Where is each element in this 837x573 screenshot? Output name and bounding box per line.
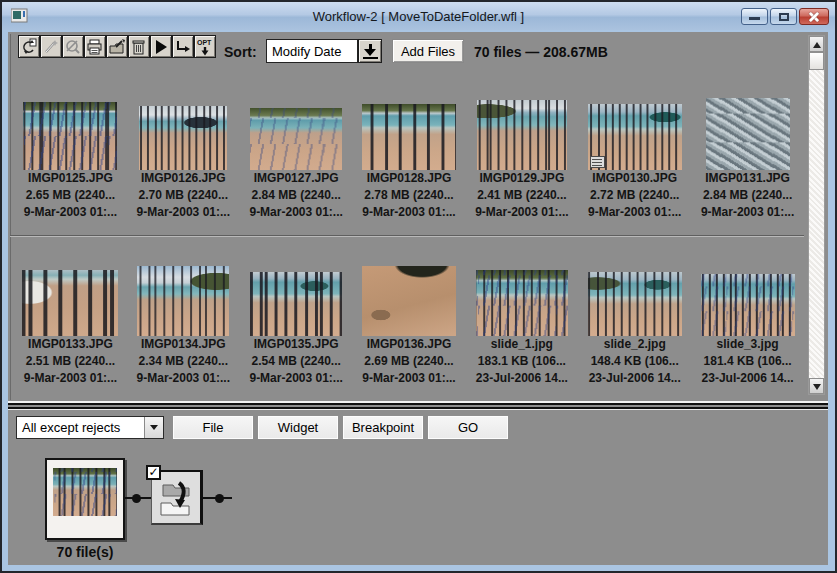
- scroll-up-button[interactable]: [809, 36, 824, 52]
- photo-thumbnail[interactable]: [139, 106, 227, 170]
- file-date: 9-Mar-2003 01:...: [137, 370, 230, 387]
- source-files-node[interactable]: [45, 458, 125, 540]
- file-name: IMGP0129.JPG: [480, 170, 565, 187]
- export-folder-button[interactable]: [106, 35, 128, 58]
- sort-value[interactable]: Modify Date: [266, 39, 358, 63]
- thumbnail-cell[interactable]: slide_1.jpg 183.1 KB (106... 23-Jul-2006…: [465, 258, 578, 387]
- thumbnail-cell[interactable]: IMGP0130.JPG 2.72 MB (2240... 9-Mar-2003…: [578, 92, 691, 221]
- file-date: 9-Mar-2003 01:...: [249, 370, 342, 387]
- thumbnail-cell[interactable]: slide_3.jpg 181.4 KB (106... 23-Jul-2006…: [691, 258, 804, 387]
- node-enabled-checkbox[interactable]: ✓: [146, 465, 161, 480]
- thumbnail-cell[interactable]: IMGP0135.JPG 2.54 MB (2240... 9-Mar-2003…: [240, 258, 353, 387]
- window-controls: [741, 8, 829, 25]
- scroll-down-button[interactable]: [809, 378, 824, 394]
- wand-button[interactable]: [40, 35, 62, 58]
- close-button[interactable]: [799, 8, 829, 25]
- file-size: 183.1 KB (106...: [478, 353, 566, 370]
- file-size: 2.78 MB (2240...: [364, 187, 453, 204]
- file-name: slide_3.jpg: [717, 336, 779, 353]
- file-button[interactable]: File: [172, 415, 254, 440]
- widget-button[interactable]: Widget: [257, 415, 339, 440]
- file-size: 2.51 MB (2240...: [26, 353, 115, 370]
- maximize-button[interactable]: [770, 8, 797, 25]
- thumbnail-cell[interactable]: IMGP0136.JPG 2.69 MB (2240... 9-Mar-2003…: [353, 258, 466, 387]
- photo-thumbnail[interactable]: [588, 104, 682, 170]
- arrow-up-icon: [813, 42, 821, 48]
- photo-thumbnail[interactable]: [477, 100, 567, 170]
- file-size: 2.41 MB (2240...: [477, 187, 566, 204]
- step-arrow-icon: [174, 38, 192, 56]
- row-separator: [10, 235, 804, 237]
- photo-thumbnail[interactable]: [22, 270, 118, 336]
- photo-thumbnail[interactable]: [476, 270, 568, 336]
- panel-left-edge: [10, 34, 11, 400]
- arrow-down-icon: [813, 384, 821, 390]
- sort-label: Sort:: [224, 44, 257, 60]
- thumbnail-cell[interactable]: IMGP0134.JPG 2.34 MB (2240... 9-Mar-2003…: [127, 258, 240, 387]
- connector-dot[interactable]: [132, 494, 141, 503]
- sort-combobox[interactable]: Modify Date: [266, 39, 382, 63]
- add-files-button[interactable]: Add Files: [392, 39, 464, 63]
- photo-thumbnail[interactable]: [588, 272, 682, 336]
- thumbnail-cell[interactable]: IMGP0129.JPG 2.41 MB (2240... 9-Mar-2003…: [465, 92, 578, 221]
- go-button[interactable]: GO: [427, 415, 509, 440]
- run-icon: [152, 38, 170, 56]
- file-date: 9-Mar-2003 01:...: [362, 370, 455, 387]
- file-name: slide_2.jpg: [604, 336, 666, 353]
- refresh-icon: [20, 38, 38, 56]
- minimize-button[interactable]: [741, 8, 768, 25]
- thumbnail-row: IMGP0133.JPG 2.51 MB (2240... 9-Mar-2003…: [14, 258, 804, 387]
- refresh-button[interactable]: [18, 35, 40, 58]
- file-size: 2.70 MB (2240...: [139, 187, 228, 204]
- thumbnail-cell[interactable]: IMGP0133.JPG 2.51 MB (2240... 9-Mar-2003…: [14, 258, 127, 387]
- maximize-icon: [779, 13, 789, 21]
- dropdown-arrow-icon: [150, 425, 158, 430]
- trash-button[interactable]: [128, 35, 150, 58]
- photo-thumbnail[interactable]: [362, 266, 456, 336]
- photo-thumbnail[interactable]: [701, 274, 795, 336]
- thumbnail-cell[interactable]: IMGP0125.JPG 2.65 MB (2240... 9-Mar-2003…: [14, 92, 127, 221]
- vertical-scrollbar[interactable]: [808, 35, 825, 395]
- wand-icon: [42, 38, 60, 56]
- options-button[interactable]: OPT: [194, 35, 216, 58]
- photo-thumbnail[interactable]: [250, 272, 342, 336]
- zoom-disabled-button[interactable]: [62, 35, 84, 58]
- thumbnail-cell[interactable]: IMGP0127.JPG 2.84 MB (2240... 9-Mar-2003…: [240, 92, 353, 221]
- minimize-icon: [749, 17, 760, 20]
- move-to-folder-icon: [155, 477, 197, 519]
- file-date: 9-Mar-2003 01:...: [249, 204, 342, 221]
- sort-dropdown-button[interactable]: [358, 39, 382, 63]
- filter-value[interactable]: All except rejects: [17, 420, 144, 435]
- filter-dropdown-button[interactable]: [144, 417, 163, 438]
- file-name: IMGP0134.JPG: [141, 336, 226, 353]
- client-area: OPT Sort: Modify Date Add Files 70 files…: [8, 32, 828, 565]
- file-date: 23-Jul-2006 14...: [476, 370, 568, 387]
- file-name: IMGP0135.JPG: [254, 336, 339, 353]
- file-name: IMGP0125.JPG: [28, 170, 113, 187]
- print-button[interactable]: [84, 35, 106, 58]
- photo-thumbnail[interactable]: [362, 104, 456, 170]
- connector-dot[interactable]: [215, 494, 224, 503]
- file-name: IMGP0133.JPG: [28, 336, 113, 353]
- thumbnail-cell[interactable]: IMGP0131.JPG 2.84 MB (2240... 9-Mar-2003…: [691, 92, 804, 221]
- panel-divider: [8, 400, 828, 411]
- run-button[interactable]: [150, 35, 172, 58]
- file-date: 9-Mar-2003 01:...: [701, 204, 794, 221]
- breakpoint-button[interactable]: Breakpoint: [342, 415, 424, 440]
- window-title: Workflow-2 [ MoveToDateFolder.wfl ]: [2, 9, 835, 24]
- scrollbar-thumb[interactable]: [809, 52, 824, 70]
- file-date: 9-Mar-2003 01:...: [475, 204, 568, 221]
- photo-thumbnail[interactable]: [706, 98, 790, 170]
- thumbnail-cell[interactable]: slide_2.jpg 148.4 KB (106... 23-Jul-2006…: [578, 258, 691, 387]
- toolbar: OPT: [18, 35, 216, 58]
- thumbnail-cell[interactable]: IMGP0128.JPG 2.78 MB (2240... 9-Mar-2003…: [353, 92, 466, 221]
- filter-combobox[interactable]: All except rejects: [16, 416, 164, 439]
- svg-text:OPT: OPT: [197, 39, 212, 46]
- dropdown-arrow-icon: [364, 49, 376, 56]
- photo-thumbnail[interactable]: [250, 108, 342, 170]
- photo-thumbnail[interactable]: [23, 102, 117, 170]
- step-button[interactable]: [172, 35, 194, 58]
- file-size: 2.34 MB (2240...: [139, 353, 228, 370]
- photo-thumbnail[interactable]: [137, 266, 229, 336]
- thumbnail-cell[interactable]: IMGP0126.JPG 2.70 MB (2240... 9-Mar-2003…: [127, 92, 240, 221]
